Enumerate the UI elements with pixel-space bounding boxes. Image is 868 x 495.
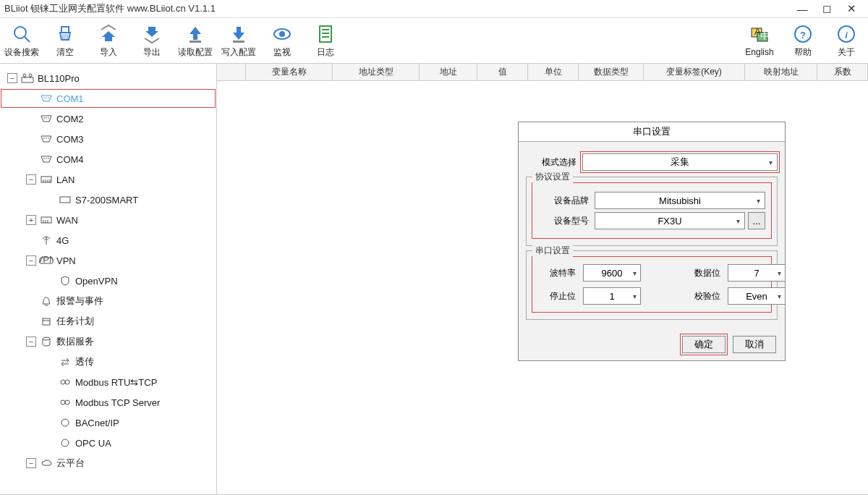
cancel-button[interactable]: 取消 (733, 336, 776, 353)
protocol-icon (58, 376, 72, 388)
tree-vpn[interactable]: −VPNVPN (0, 250, 216, 271)
tree-alarm[interactable]: 报警与事件 (0, 291, 216, 311)
tree-passthru[interactable]: 透传 (0, 352, 216, 372)
collapse-icon[interactable]: − (7, 73, 17, 83)
tree-com2[interactable]: COM2 (0, 109, 216, 129)
collapse-icon[interactable]: − (26, 458, 36, 468)
serial-legend: 串口设置 (532, 245, 573, 257)
language-icon: A中 (749, 24, 770, 46)
col-varlabel[interactable]: 变量标签(Key) (644, 64, 745, 80)
tree-openvpn[interactable]: OpenVPN (0, 271, 216, 291)
log-button[interactable]: 日志 (304, 18, 347, 63)
read-config-button[interactable]: 读取配置 (174, 18, 217, 63)
protocol-legend: 协议设置 (532, 171, 573, 183)
svg-point-59 (65, 380, 69, 384)
download-icon (228, 23, 250, 45)
svg-text:VPN: VPN (39, 256, 54, 265)
svg-point-31 (46, 117, 47, 119)
mode-select[interactable]: 采集 (582, 153, 778, 171)
collapse-icon[interactable]: − (26, 255, 36, 266)
maximize-button[interactable]: ◻ (814, 2, 839, 15)
svg-rect-53 (43, 318, 50, 325)
col-coeff[interactable]: 系数 (817, 64, 868, 80)
export-icon (141, 23, 163, 45)
mode-label: 模式选择 (526, 156, 576, 169)
svg-point-23 (23, 74, 26, 77)
close-button[interactable]: ✕ (839, 2, 864, 15)
col-unit[interactable]: 单位 (528, 64, 579, 80)
tree-s7[interactable]: S7-200SMART (0, 190, 216, 210)
tree-lan[interactable]: −LAN (0, 169, 216, 190)
svg-rect-44 (60, 197, 70, 203)
model-select[interactable]: FX3U (595, 212, 745, 229)
document-icon (315, 23, 336, 45)
tree-wan[interactable]: +WAN (0, 210, 216, 230)
export-button[interactable]: 导出 (130, 18, 174, 63)
parity-select[interactable]: Even (728, 287, 786, 305)
tree-bacnet[interactable]: BACnet/IP (0, 412, 216, 433)
tree-task[interactable]: 任务计划 (0, 311, 216, 331)
svg-line-1 (25, 37, 30, 42)
language-button[interactable]: A中 English (738, 18, 781, 63)
clear-button[interactable]: 清空 (43, 18, 87, 63)
svg-point-63 (61, 439, 69, 447)
col-addrtype[interactable]: 地址类型 (333, 64, 420, 80)
svg-point-37 (46, 158, 47, 159)
search-device-button[interactable]: 设备搜索 (0, 18, 43, 63)
tree-modbus-tcp[interactable]: Modbus TCP Server (0, 392, 216, 412)
dialog-title: 串口设置 (519, 122, 785, 142)
tree-com1[interactable]: COM1 (0, 88, 216, 109)
tree-root[interactable]: − BL110Pro (0, 68, 216, 88)
protocol-icon (58, 397, 72, 408)
tree-4g[interactable]: 4G (0, 230, 216, 250)
content-area: 变量名称 地址类型 地址 值 单位 数据类型 变量标签(Key) 映射地址 系数… (217, 64, 868, 494)
svg-text:?: ? (800, 30, 806, 41)
baud-select[interactable]: 9600 (583, 264, 641, 282)
databit-select[interactable]: 7 (728, 264, 786, 282)
tree-com4[interactable]: COM4 (0, 149, 216, 169)
tree-opcua[interactable]: OPC UA (0, 433, 216, 453)
brand-select[interactable]: Mitsubishi (595, 192, 765, 209)
plc-icon (58, 194, 72, 206)
ok-button[interactable]: 确定 (682, 336, 726, 353)
serial-port-icon (39, 113, 54, 124)
help-button[interactable]: ? 帮助 (781, 18, 825, 63)
expand-icon[interactable]: + (26, 215, 36, 225)
col-value[interactable]: 值 (477, 64, 528, 80)
tree-com3[interactable]: COM3 (0, 129, 216, 149)
serial-fieldset: 串口设置 波特率 9600 数据位 7 停止位 1 校验位 Eve (526, 250, 778, 320)
svg-text:中: 中 (760, 30, 770, 41)
help-icon: ? (792, 23, 814, 45)
tree-dataservice[interactable]: −数据服务 (0, 331, 216, 352)
shield-icon (58, 275, 72, 287)
col-addr[interactable]: 地址 (420, 64, 477, 80)
stopbit-label: 停止位 (540, 290, 576, 302)
about-button[interactable]: i 关于 (825, 18, 868, 63)
col-mapaddr[interactable]: 映射地址 (745, 64, 817, 80)
stopbit-select[interactable]: 1 (583, 287, 641, 305)
minimize-button[interactable]: — (790, 3, 814, 15)
upload-icon (184, 23, 206, 45)
svg-point-27 (43, 97, 45, 98)
tree-modbus-rtu[interactable]: Modbus RTU⇆TCP (0, 372, 216, 392)
write-config-button[interactable]: 写入配置 (217, 18, 260, 63)
baud-label: 波特率 (540, 267, 576, 279)
collapse-icon[interactable]: − (26, 174, 36, 185)
svg-point-61 (65, 400, 69, 405)
search-icon (11, 23, 33, 45)
cloud-icon (39, 457, 54, 469)
svg-point-32 (48, 117, 49, 119)
protocol-icon (58, 437, 72, 449)
tree-cloud[interactable]: −云平台 (0, 453, 216, 473)
svg-point-60 (61, 400, 65, 405)
svg-point-24 (29, 74, 32, 77)
col-datatype[interactable]: 数据类型 (579, 64, 644, 80)
col-varname[interactable]: 变量名称 (246, 64, 333, 80)
model-label: 设备型号 (538, 215, 589, 227)
serial-settings-dialog: 串口设置 模式选择 采集 协议设置 设备品牌 Mitsubishi 设备型号 (518, 122, 786, 361)
import-button[interactable]: 导入 (87, 18, 130, 63)
model-more-button[interactable]: ... (748, 212, 765, 229)
serial-port-icon (39, 93, 54, 104)
collapse-icon[interactable]: − (26, 337, 36, 347)
monitor-button[interactable]: 监视 (260, 18, 304, 63)
